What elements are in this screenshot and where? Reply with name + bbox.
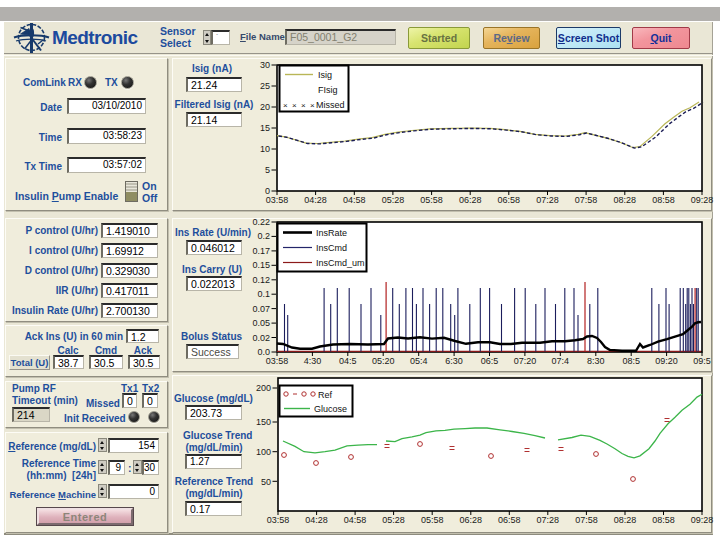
svg-text:×: ×: [310, 101, 315, 110]
svg-text:FIsig: FIsig: [318, 85, 338, 95]
svg-text:05:58: 05:58: [421, 515, 444, 525]
svg-text:04:28: 04:28: [305, 515, 328, 525]
svg-text:0.17: 0.17: [252, 246, 270, 256]
svg-text:05:58: 05:58: [420, 195, 443, 205]
svg-text:05:20: 05:20: [372, 356, 395, 366]
svg-text:09:28: 09:28: [691, 515, 714, 525]
svg-text:50: 50: [261, 477, 271, 487]
svg-text:04:5: 04:5: [339, 356, 357, 366]
svg-text:0.05: 0.05: [252, 318, 270, 328]
svg-text:×: ×: [301, 101, 306, 110]
svg-text:08:5: 08:5: [622, 356, 640, 366]
svg-text:08:28: 08:28: [614, 195, 637, 205]
svg-text:0.1: 0.1: [257, 289, 270, 299]
svg-text:09:20: 09:20: [655, 356, 678, 366]
svg-text:03:58: 03:58: [267, 515, 290, 525]
svg-text:4:30: 4:30: [304, 356, 322, 366]
svg-text:Missed: Missed: [316, 100, 345, 110]
svg-text:07:58: 07:58: [575, 515, 598, 525]
svg-text:0.15: 0.15: [252, 260, 270, 270]
svg-text:200: 200: [256, 383, 271, 393]
svg-text:06:28: 06:28: [460, 515, 483, 525]
svg-text:10: 10: [260, 144, 270, 154]
svg-text:04:58: 04:58: [343, 195, 366, 205]
svg-text:07:20: 07:20: [514, 356, 537, 366]
svg-text:08:58: 08:58: [652, 515, 675, 525]
svg-text:0.07: 0.07: [252, 304, 270, 314]
svg-text:06:5: 06:5: [481, 356, 499, 366]
svg-text:03:58: 03:58: [266, 356, 289, 366]
svg-text:05:28: 05:28: [382, 195, 405, 205]
svg-text:InsCmd: InsCmd: [316, 243, 347, 253]
svg-text:8:30: 8:30: [587, 356, 605, 366]
svg-text:06:58: 06:58: [498, 515, 521, 525]
svg-text:InsRate: InsRate: [316, 228, 347, 238]
svg-text:04:58: 04:58: [344, 515, 367, 525]
svg-text:Ref: Ref: [318, 390, 333, 400]
svg-text:09:28: 09:28: [691, 195, 714, 205]
svg-text:04:28: 04:28: [304, 195, 327, 205]
svg-text:100: 100: [256, 447, 271, 457]
svg-text:06:28: 06:28: [459, 195, 482, 205]
svg-text:07:4: 07:4: [552, 356, 570, 366]
svg-text:20: 20: [260, 102, 270, 112]
svg-text:0.22: 0.22: [252, 217, 270, 227]
svg-text:Isig: Isig: [318, 70, 332, 80]
svg-text:09:5: 09:5: [693, 356, 711, 366]
svg-text:5: 5: [265, 165, 270, 175]
svg-text:×: ×: [292, 101, 297, 110]
svg-text:07:58: 07:58: [575, 195, 598, 205]
svg-text:15: 15: [260, 123, 270, 133]
svg-text:03:58: 03:58: [266, 195, 289, 205]
svg-text:25: 25: [260, 81, 270, 91]
svg-text:07:28: 07:28: [536, 195, 559, 205]
svg-text:0.12: 0.12: [252, 275, 270, 285]
svg-text:08:58: 08:58: [652, 195, 675, 205]
svg-text:InsCmd_um: InsCmd_um: [316, 258, 365, 268]
svg-text:08:28: 08:28: [614, 515, 637, 525]
svg-text:150: 150: [256, 417, 271, 427]
svg-text:05:28: 05:28: [382, 515, 405, 525]
svg-text:0.2: 0.2: [257, 231, 270, 241]
svg-text:0.02: 0.02: [252, 333, 270, 343]
svg-text:30: 30: [260, 60, 270, 70]
svg-text:×: ×: [283, 101, 288, 110]
svg-text:Glucose: Glucose: [314, 404, 347, 414]
svg-text:06:58: 06:58: [498, 195, 521, 205]
svg-text:07:28: 07:28: [537, 515, 560, 525]
svg-text:6:30: 6:30: [445, 356, 463, 366]
svg-text:05:4: 05:4: [410, 356, 428, 366]
